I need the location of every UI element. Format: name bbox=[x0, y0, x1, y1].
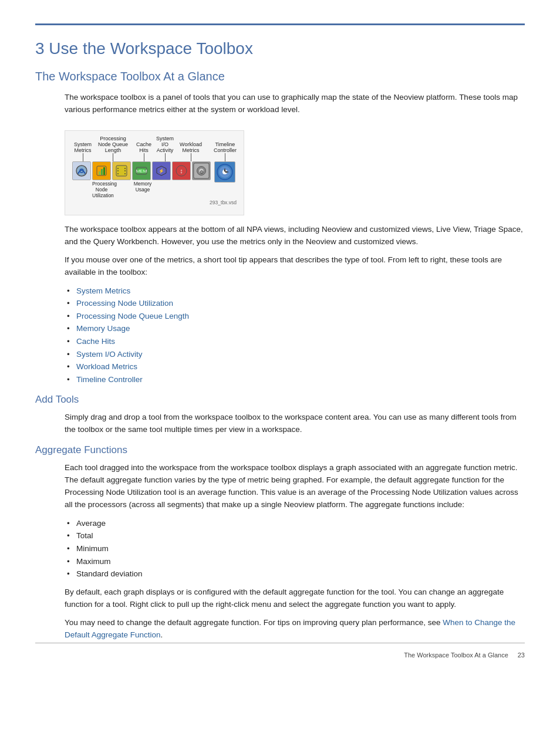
section1-para3: If you mouse over one of the metrics, a … bbox=[65, 254, 525, 279]
sub-labels-row: ProcessingNodeUtilization MemoryUsage bbox=[92, 181, 152, 198]
proc-memory-icons: ⋮⋮ MEM ⚡ ↕ ⚙ bbox=[92, 161, 211, 180]
function-item-3: Maximum bbox=[65, 555, 525, 568]
section3-para3-prefix: You may need to change the default aggre… bbox=[65, 618, 443, 627]
workload-metrics-diagram-label: WorkloadMetrics bbox=[180, 141, 202, 161]
processing-node-queue-icon[interactable]: ⋮⋮ bbox=[112, 161, 131, 180]
tool-item-3: Memory Usage bbox=[65, 322, 525, 335]
footer-page-number: 23 bbox=[518, 652, 525, 659]
tool-item-0: System Metrics bbox=[65, 285, 525, 298]
function-item-4: Standard deviation bbox=[65, 568, 525, 580]
tool-link-2[interactable]: Processing Node Queue Length bbox=[76, 312, 189, 320]
workload-metrics-icon[interactable]: ⚙ bbox=[192, 161, 211, 180]
system-io-diagram-label: SystemI/OActivity bbox=[156, 136, 174, 161]
tool-link-1[interactable]: Processing Node Utilization bbox=[76, 299, 173, 308]
section2-content: Simply drag and drop a tool from the wor… bbox=[35, 411, 525, 436]
tool-link-5[interactable]: System I/O Activity bbox=[76, 350, 143, 359]
tool-link-0[interactable]: System Metrics bbox=[76, 286, 130, 295]
page-container: 3 Use the Workspace Toolbox The Workspac… bbox=[0, 0, 560, 673]
toolbox-diagram: SystemMetrics ProcessingNode QueueLength bbox=[65, 130, 244, 215]
system-metrics-icon[interactable] bbox=[72, 161, 91, 180]
svg-text:MEM: MEM bbox=[136, 168, 147, 174]
processing-node-util-icon[interactable] bbox=[92, 161, 111, 180]
system-io-icon[interactable]: ↕ bbox=[172, 161, 191, 180]
cache-hits-icon[interactable]: ⚡ bbox=[152, 161, 171, 180]
function-item-1: Total bbox=[65, 529, 525, 542]
footer-rule bbox=[35, 643, 525, 643]
tool-link-4[interactable]: Cache Hits bbox=[76, 337, 115, 346]
section1-content: The workspace toolbox is a panel of tool… bbox=[35, 92, 525, 386]
footer-section-label: The Workspace Toolbox At a Glance bbox=[404, 652, 508, 659]
function-item-0: Average bbox=[65, 517, 525, 530]
icons-area: ⋮⋮ MEM ⚡ ↕ ⚙ bbox=[72, 161, 237, 198]
tool-item-2: Processing Node Queue Length bbox=[65, 310, 525, 323]
tool-item-1: Processing Node Utilization bbox=[65, 297, 525, 310]
tool-item-5: System I/O Activity bbox=[65, 348, 525, 361]
section3-para1: Each tool dragged into the workspace fro… bbox=[65, 462, 525, 511]
proc-labels-area: ProcessingNode QueueLength CacheHits Sys… bbox=[98, 136, 237, 161]
toolbox-filename: 293_tbx.vsd bbox=[72, 200, 237, 205]
tool-item-6: Workload Metrics bbox=[65, 360, 525, 373]
tool-item-4: Cache Hits bbox=[65, 335, 525, 348]
svg-rect-3 bbox=[99, 171, 100, 175]
section3-para3-suffix: . bbox=[161, 630, 163, 639]
section2-para1: Simply drag and drop a tool from the wor… bbox=[65, 411, 525, 436]
top-border bbox=[35, 23, 525, 25]
section1-para2: The workspace toolbox appears at the bot… bbox=[65, 224, 525, 248]
system-metrics-diagram-label: SystemMetrics bbox=[72, 141, 93, 161]
svg-text:↕: ↕ bbox=[180, 167, 183, 174]
svg-text:⋮⋮: ⋮⋮ bbox=[115, 167, 128, 175]
functions-list: Average Total Minimum Maximum Standard d… bbox=[65, 517, 525, 580]
proc-node-util-sublabel: ProcessingNodeUtilization bbox=[92, 181, 111, 198]
proc-memory-col: ⋮⋮ MEM ⚡ ↕ ⚙ bbox=[92, 161, 211, 198]
section3-para2: By default, each graph displays or is co… bbox=[65, 586, 525, 611]
section2-title: Add Tools bbox=[35, 394, 525, 406]
section3-title: Aggregate Functions bbox=[35, 444, 525, 456]
proc-node-queue-label: ProcessingNode QueueLength bbox=[98, 136, 128, 161]
page-footer: The Workspace Toolbox At a Glance 23 bbox=[404, 652, 525, 659]
timeline-col bbox=[214, 161, 235, 183]
tool-link-3[interactable]: Memory Usage bbox=[76, 324, 130, 333]
memory-usage-sublabel: MemoryUsage bbox=[133, 181, 152, 198]
section1-para1: The workspace toolbox is a panel of tool… bbox=[65, 92, 525, 116]
tool-link-6[interactable]: Workload Metrics bbox=[76, 362, 137, 371]
chapter-title: 3 Use the Workspace Toolbox bbox=[35, 39, 525, 58]
svg-rect-5 bbox=[103, 167, 105, 175]
memory-usage-icon[interactable]: MEM bbox=[132, 161, 151, 180]
cache-hits-diagram-label: CacheHits bbox=[136, 141, 151, 161]
function-item-2: Minimum bbox=[65, 542, 525, 555]
section3-para3: You may need to change the default aggre… bbox=[65, 617, 525, 642]
svg-text:⚙: ⚙ bbox=[200, 170, 204, 175]
tool-item-7: Timeline Controller bbox=[65, 373, 525, 386]
tools-list: System Metrics Processing Node Utilizati… bbox=[65, 285, 525, 386]
svg-rect-4 bbox=[101, 169, 103, 175]
system-metrics-icon-col bbox=[72, 161, 91, 180]
proc-top-labels: ProcessingNode QueueLength CacheHits Sys… bbox=[98, 136, 237, 161]
svg-text:⚡: ⚡ bbox=[158, 168, 164, 174]
timeline-controller-diagram-label: TimelineController bbox=[214, 141, 237, 161]
section1-title: The Workspace Toolbox At a Glance bbox=[35, 70, 525, 83]
tool-link-7[interactable]: Timeline Controller bbox=[76, 375, 143, 384]
timeline-controller-icon[interactable] bbox=[214, 161, 235, 183]
section3-content: Each tool dragged into the workspace fro… bbox=[35, 462, 525, 641]
